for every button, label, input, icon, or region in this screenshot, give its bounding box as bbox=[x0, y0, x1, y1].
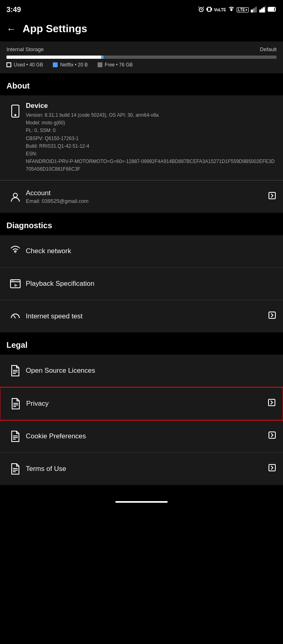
open-source-icon bbox=[6, 362, 24, 380]
device-pl: PL: 0, SSM: 0 bbox=[26, 127, 277, 134]
status-time: 3:49 bbox=[6, 6, 21, 14]
check-network-content: Check network bbox=[24, 247, 277, 255]
svg-rect-9 bbox=[262, 9, 263, 12]
device-version: Version: 8.31.1 build 14 (code 50243), O… bbox=[26, 111, 277, 119]
svg-rect-35 bbox=[269, 432, 275, 438]
nav-bar bbox=[0, 497, 283, 511]
storage-default: Default bbox=[260, 46, 277, 52]
terms-of-use-arrow bbox=[268, 463, 277, 474]
terms-of-use-item[interactable]: Terms of Use bbox=[0, 453, 283, 485]
storage-bar-used bbox=[6, 56, 101, 59]
svg-point-16 bbox=[13, 193, 17, 197]
terms-of-use-content: Terms of Use bbox=[24, 465, 268, 473]
account-icon bbox=[6, 188, 24, 206]
account-item[interactable]: Account Email: 039525@gmail.com bbox=[0, 180, 283, 213]
device-build: Build: RRIS31.Q1-42-51-12-4 bbox=[26, 142, 277, 150]
open-source-content: Open Source Licences bbox=[24, 367, 277, 375]
account-title: Account bbox=[26, 189, 268, 197]
internet-speed-label: Internet speed test bbox=[26, 312, 268, 320]
internet-speed-arrow bbox=[268, 311, 277, 322]
terms-of-use-label: Terms of Use bbox=[26, 465, 268, 473]
page-title: App Settings bbox=[23, 23, 87, 35]
svg-rect-17 bbox=[269, 192, 275, 199]
open-source-label: Open Source Licences bbox=[26, 367, 277, 375]
speed-icon bbox=[6, 308, 24, 325]
svg-point-15 bbox=[15, 115, 16, 116]
device-model: Model: moto g(60) bbox=[26, 119, 277, 127]
internet-speed-item[interactable]: Internet speed test bbox=[0, 300, 283, 332]
legend-dot-netflix bbox=[53, 62, 58, 67]
playback-icon bbox=[6, 275, 24, 293]
storage-legend: Used • 40 GB Netflix • 20 B Free • 76 GB bbox=[6, 62, 277, 68]
storage-bar-netflix bbox=[101, 56, 104, 59]
svg-rect-24 bbox=[269, 312, 275, 318]
vibrate-icon bbox=[206, 6, 212, 14]
diagnostics-section-header: Diagnostics bbox=[0, 213, 283, 235]
legend-dot-free bbox=[98, 62, 102, 67]
open-source-item[interactable]: Open Source Licences bbox=[0, 355, 283, 387]
privacy-item[interactable]: Privacy bbox=[0, 387, 283, 421]
account-email: Email: 039525@gmail.com bbox=[26, 198, 268, 204]
svg-rect-4 bbox=[253, 9, 254, 12]
check-network-item[interactable]: Check network bbox=[0, 235, 283, 268]
storage-section: Internal Storage Default Used • 40 GB Ne… bbox=[0, 41, 283, 73]
svg-marker-20 bbox=[15, 284, 18, 287]
cookie-prefs-content: Cookie Preferences bbox=[24, 432, 268, 440]
svg-point-22 bbox=[13, 280, 14, 281]
device-title: Device bbox=[26, 102, 277, 110]
network-icon bbox=[6, 242, 24, 260]
account-content: Account Email: 039525@gmail.com bbox=[24, 189, 268, 204]
signal2-icon bbox=[259, 6, 266, 14]
svg-rect-13 bbox=[268, 8, 274, 11]
privacy-label: Privacy bbox=[26, 400, 267, 408]
playback-spec-label: Playback Specification bbox=[26, 280, 277, 288]
status-icons: VoLTE LTE+ bbox=[198, 6, 277, 14]
playback-spec-item[interactable]: Playback Specification bbox=[0, 268, 283, 300]
svg-rect-8 bbox=[260, 10, 261, 12]
cookie-prefs-label: Cookie Preferences bbox=[26, 432, 268, 440]
cookie-icon bbox=[6, 427, 24, 445]
svg-rect-39 bbox=[269, 464, 275, 471]
device-esn-label: ESN: bbox=[26, 150, 277, 158]
legend-free: Free • 76 GB bbox=[98, 62, 133, 68]
legend-netflix: Netflix • 20 B bbox=[53, 62, 88, 68]
legend-dot-used bbox=[6, 62, 11, 67]
svg-marker-7 bbox=[256, 7, 257, 12]
check-network-label: Check network bbox=[26, 247, 277, 255]
nav-indicator bbox=[115, 501, 168, 503]
privacy-arrow bbox=[267, 398, 276, 409]
svg-rect-3 bbox=[251, 10, 252, 12]
back-button[interactable]: ← bbox=[6, 23, 16, 35]
device-esn: NFANDROID1-PRV-P-MOTORMOTO=G=60=-12887-0… bbox=[26, 158, 277, 173]
about-section-header: About bbox=[0, 73, 283, 95]
about-list: Device Version: 8.31.1 build 14 (code 50… bbox=[0, 95, 283, 213]
lte-icon: LTE+ bbox=[237, 7, 249, 12]
svg-rect-10 bbox=[263, 8, 264, 12]
terms-icon bbox=[6, 460, 24, 478]
diagnostics-list: Check network Playback Specification bbox=[0, 235, 283, 332]
storage-bar bbox=[6, 56, 277, 59]
status-bar: 3:49 VoLTE LTE+ bbox=[0, 0, 283, 18]
storage-label: Internal Storage bbox=[6, 46, 44, 52]
legend-used: Used • 40 GB bbox=[6, 62, 43, 68]
signal1-icon bbox=[251, 6, 257, 14]
privacy-content: Privacy bbox=[25, 400, 267, 408]
account-arrow bbox=[268, 191, 277, 202]
legal-list: Open Source Licences Privacy bbox=[0, 355, 283, 485]
hotspot-icon bbox=[228, 6, 235, 14]
device-cbspv: CBSPV: Q6150-17263-1 bbox=[26, 135, 277, 142]
cookie-prefs-item[interactable]: Cookie Preferences bbox=[0, 420, 283, 453]
internet-speed-content: Internet speed test bbox=[24, 312, 268, 320]
svg-point-2 bbox=[231, 9, 232, 10]
playback-spec-content: Playback Specification bbox=[24, 280, 277, 288]
battery-icon bbox=[268, 6, 277, 13]
svg-rect-1 bbox=[208, 7, 211, 11]
alarm-icon bbox=[198, 6, 204, 14]
device-info: Device Version: 8.31.1 build 14 (code 50… bbox=[24, 102, 277, 173]
header: ← App Settings bbox=[0, 18, 283, 41]
privacy-icon bbox=[7, 395, 25, 413]
volte-icon: VoLTE bbox=[214, 8, 226, 12]
device-item: Device Version: 8.31.1 build 14 (code 50… bbox=[0, 95, 283, 180]
svg-rect-11 bbox=[265, 6, 266, 12]
legal-section-header: Legal bbox=[0, 332, 283, 355]
